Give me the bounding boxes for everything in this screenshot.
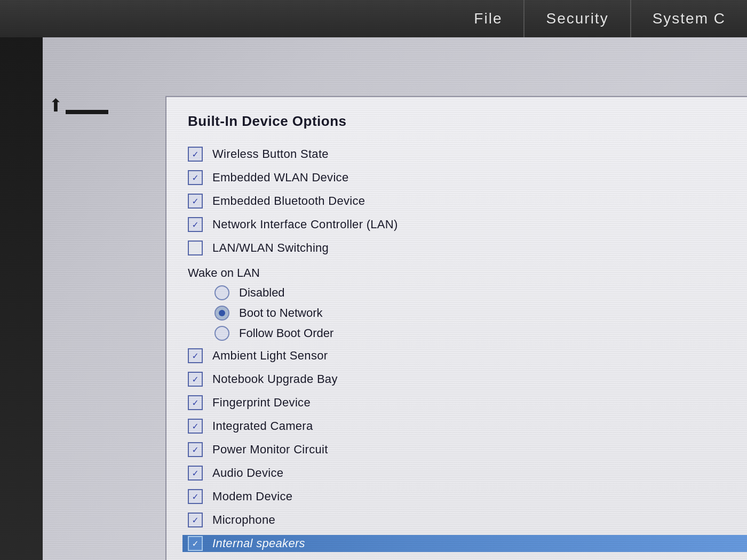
radio-boot-to-network[interactable] [214,306,229,321]
list-item: Microphone [188,511,726,529]
label-embedded-bluetooth: Embedded Bluetooth Device [212,194,365,208]
panel-title: Built-In Device Options [188,113,726,130]
checkbox-integrated-camera[interactable] [188,419,203,434]
menu-item-system[interactable]: System C [631,0,747,37]
checkbox-wireless-btn-state[interactable] [188,147,203,162]
menu-bar: File Security System C [0,0,747,37]
label-audio-device: Audio Device [212,466,283,480]
list-item: Audio Device [188,465,726,482]
checkbox-audio-device[interactable] [188,466,203,481]
list-item: Power Monitor Circuit [188,441,726,458]
checkbox-notebook-upgrade[interactable] [188,372,203,387]
menu-item-security[interactable]: Security [525,0,631,37]
label-disabled: Disabled [239,286,285,300]
back-arrow-icon[interactable]: ⬆ [48,94,63,119]
list-item: Integrated Camera [188,418,726,435]
list-item: Embedded WLAN Device [188,169,726,186]
label-power-monitor: Power Monitor Circuit [212,443,328,457]
list-item: Network Interface Controller (LAN) [188,216,726,233]
radio-follow-boot-order[interactable] [214,326,229,341]
label-network-interface: Network Interface Controller (LAN) [212,218,398,231]
list-item: LAN/WLAN Switching [188,239,726,257]
checkbox-power-monitor[interactable] [188,442,203,457]
label-modem-device: Modem Device [212,490,292,503]
menu-item-file[interactable]: File [452,0,525,37]
checkbox-embedded-bluetooth[interactable] [188,194,203,209]
list-item: Ambient Light Sensor [188,347,726,364]
screen-background: File Security System C ⬆ Built-In Device… [0,0,747,560]
label-lan-wlan: LAN/WLAN Switching [212,241,329,255]
wake-on-lan-title: Wake on LAN [188,266,726,280]
label-notebook-upgrade: Notebook Upgrade Bay [212,372,338,386]
label-fingerprint: Fingerprint Device [212,396,311,410]
main-panel: Built-In Device Options Wireless Button … [165,96,747,560]
left-panel [0,37,43,560]
wake-on-lan-options: Disabled Boot to Network Follow Boot Ord… [188,285,726,341]
back-arrow-area: ⬆ [48,91,165,123]
list-item: Embedded Bluetooth Device [188,193,726,210]
label-embedded-wlan: Embedded WLAN Device [212,171,348,185]
label-integrated-camera: Integrated Camera [212,419,313,433]
list-item: Fingerprint Device [188,394,726,411]
label-boot-to-network: Boot to Network [239,306,323,320]
radio-row-follow-boot: Follow Boot Order [214,326,726,341]
list-item-selected[interactable]: Internal speakers [182,535,747,552]
radio-disabled[interactable] [214,285,229,300]
checkbox-network-interface[interactable] [188,217,203,232]
checkbox-internal-speakers[interactable] [188,536,203,551]
label-wireless-btn-state: Wireless Button State [212,147,329,161]
label-microphone: Microphone [212,513,275,527]
checkbox-microphone[interactable] [188,513,203,527]
label-follow-boot-order: Follow Boot Order [239,326,333,340]
checkbox-lan-wlan[interactable] [188,241,203,255]
list-item: Wireless Button State [188,146,726,163]
checkbox-embedded-wlan[interactable] [188,170,203,185]
radio-row-disabled: Disabled [214,285,726,300]
radio-row-boot-to-network: Boot to Network [214,306,726,321]
label-ambient-light: Ambient Light Sensor [212,349,328,363]
menu-items: File Security System C [452,0,747,37]
label-internal-speakers: Internal speakers [212,537,305,550]
wake-on-lan-section: Wake on LAN Disabled Boot to Network Fol… [188,266,726,341]
list-item: Notebook Upgrade Bay [188,371,726,388]
checkbox-ambient-light[interactable] [188,348,203,363]
list-item: Modem Device [188,488,726,505]
checkbox-modem-device[interactable] [188,489,203,504]
checkbox-fingerprint[interactable] [188,395,203,410]
